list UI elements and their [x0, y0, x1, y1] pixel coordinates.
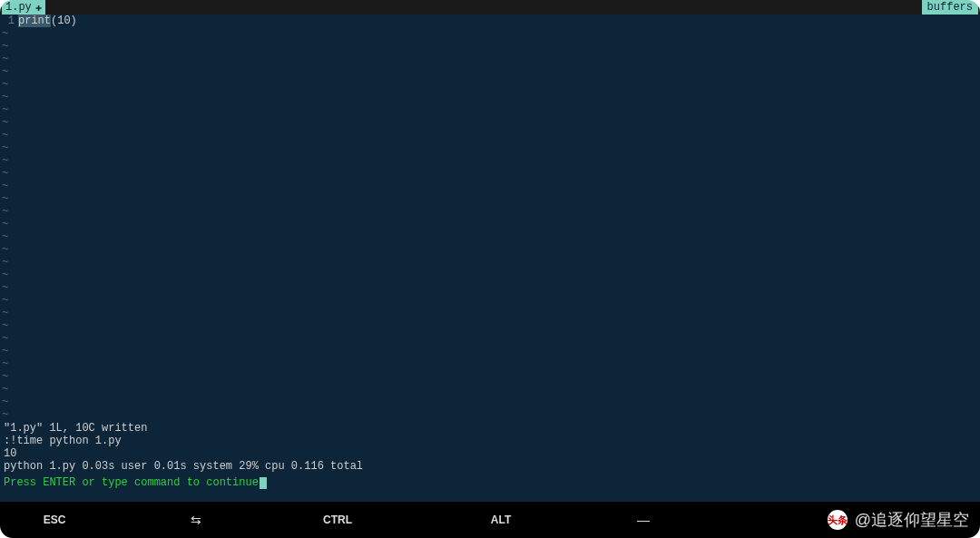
tilde-line: ~	[0, 243, 980, 256]
output-line: python 1.py 0.03s user 0.01s system 29% …	[4, 460, 976, 473]
tilde-line: ~	[0, 180, 980, 192]
output-line: "1.py" 1L, 10C written	[4, 422, 976, 435]
tilde-line: ~	[0, 40, 980, 53]
tilde-line: ~	[0, 370, 980, 383]
tilde-line: ~	[0, 345, 980, 357]
code-keyword: print	[18, 15, 51, 27]
keyboard-bar: ESC ⇆ CTRL ALT — 头条 @追逐仰望星空	[0, 502, 980, 538]
tilde-line: ~	[0, 91, 980, 103]
tilde-line: ~	[0, 218, 980, 230]
tilde-line: ~	[0, 154, 980, 167]
output-line: 10	[4, 447, 976, 460]
prompt-line[interactable]: Press ENTER or type command to continue	[0, 474, 980, 491]
tilde-line: ~	[0, 27, 980, 40]
buffers-button[interactable]: buffers	[922, 0, 978, 15]
tilde-line: ~	[0, 65, 980, 78]
alt-key[interactable]: ALT	[474, 514, 528, 526]
modified-icon: ✚	[35, 1, 42, 15]
tilde-line: ~	[0, 408, 980, 420]
dash-key[interactable]: —	[637, 513, 650, 527]
tilde-line: ~	[0, 269, 980, 281]
tilde-line: ~	[0, 319, 980, 332]
ctrl-key[interactable]: CTRL	[310, 514, 365, 526]
cursor	[260, 477, 267, 489]
tab-key-icon[interactable]: ⇆	[191, 513, 201, 527]
tilde-line: ~	[0, 205, 980, 218]
empty-lines: ~~~~~~~~~~~~~~~~~~~~~~~~~~~~~~~	[0, 27, 980, 420]
tilde-line: ~	[0, 307, 980, 319]
tab-filename: 1.py	[5, 1, 32, 14]
tilde-line: ~	[0, 192, 980, 205]
tilde-line: ~	[0, 332, 980, 345]
tilde-line: ~	[0, 103, 980, 116]
tilde-line: ~	[0, 396, 980, 408]
esc-key[interactable]: ESC	[27, 514, 82, 526]
code-content: print (10)	[18, 15, 77, 27]
tilde-line: ~	[0, 129, 980, 142]
tilde-line: ~	[0, 53, 980, 65]
watermark-icon: 头条	[828, 510, 848, 530]
tab-bar: 1.py ✚ buffers	[0, 0, 980, 15]
code-line: 1 print (10)	[0, 15, 980, 27]
tilde-line: ~	[0, 357, 980, 370]
watermark-text: @追逐仰望星空	[855, 509, 969, 531]
output-line: :!time python 1.py	[4, 435, 976, 447]
tilde-line: ~	[0, 167, 980, 180]
tilde-line: ~	[0, 281, 980, 294]
tilde-line: ~	[0, 78, 980, 91]
tilde-line: ~	[0, 116, 980, 129]
tilde-line: ~	[0, 383, 980, 396]
watermark: 头条 @追逐仰望星空	[828, 509, 969, 531]
code-args: (10)	[51, 15, 77, 27]
prompt-text: Press ENTER or type command to continue	[4, 476, 259, 489]
tilde-line: ~	[0, 230, 980, 243]
tilde-line: ~	[0, 294, 980, 307]
tilde-line: ~	[0, 256, 980, 269]
line-number: 1	[0, 15, 18, 27]
editor-area[interactable]: 1 print (10) ~~~~~~~~~~~~~~~~~~~~~~~~~~~…	[0, 15, 980, 420]
command-output: "1.py" 1L, 10C written :!time python 1.p…	[0, 420, 980, 474]
file-tab[interactable]: 1.py ✚	[2, 0, 45, 15]
tilde-line: ~	[0, 142, 980, 154]
